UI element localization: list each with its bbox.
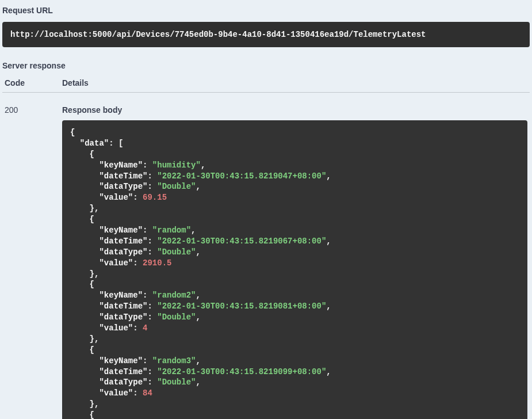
response-details: Response body { "data": [ { "keyName": "… xyxy=(62,105,527,419)
header-details: Details xyxy=(62,78,527,87)
server-response-label: Server response xyxy=(0,55,532,75)
response-body-json[interactable]: { "data": [ { "keyName": "humidity", "da… xyxy=(62,120,527,419)
response-row: 200 Response body { "data": [ { "keyName… xyxy=(2,93,530,419)
response-body-label: Response body xyxy=(62,105,527,115)
header-code: Code xyxy=(5,78,62,87)
response-code: 200 xyxy=(5,105,62,419)
response-table-header: Code Details xyxy=(2,75,530,93)
request-url-label: Request URL xyxy=(0,0,532,20)
request-url-value[interactable]: http://localhost:5000/api/Devices/7745ed… xyxy=(2,22,530,47)
